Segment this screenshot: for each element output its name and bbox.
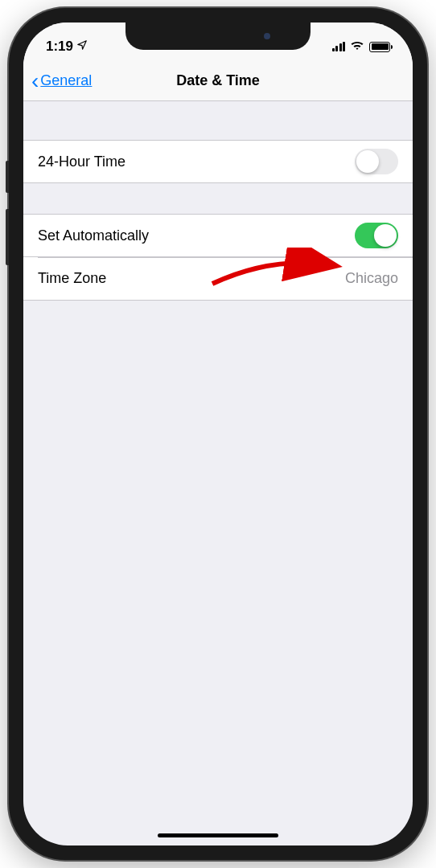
row-label: Time Zone (38, 270, 106, 287)
location-icon (76, 39, 88, 55)
row-label: 24-Hour Time (38, 154, 125, 170)
back-button-label: General (40, 72, 92, 89)
toggle-knob (374, 224, 397, 247)
navigation-bar: ‹ General Date & Time (23, 61, 413, 101)
settings-content: 24-Hour Time Set Automatically Time Zone… (23, 140, 413, 301)
row-time-zone[interactable]: Time Zone Chicago (23, 257, 413, 301)
status-time: 1:19 (46, 39, 73, 55)
back-button[interactable]: ‹ General (31, 70, 92, 92)
phone-device-frame: 1:19 ‹ General Date & Time (9, 8, 427, 860)
settings-section: Set Automatically Time Zone Chicago (23, 214, 413, 301)
row-24-hour-time[interactable]: 24-Hour Time (23, 140, 413, 183)
phone-screen: 1:19 ‹ General Date & Time (23, 23, 413, 845)
toggle-set-automatically[interactable] (355, 223, 398, 248)
chevron-left-icon: ‹ (31, 70, 39, 92)
row-value: Chicago (345, 270, 398, 287)
page-title: Date & Time (176, 72, 260, 89)
home-indicator[interactable] (158, 833, 278, 837)
settings-section: 24-Hour Time (23, 140, 413, 183)
battery-icon (369, 42, 390, 52)
toggle-24-hour-time[interactable] (355, 149, 398, 174)
row-set-automatically[interactable]: Set Automatically (23, 214, 413, 257)
wifi-icon (350, 39, 364, 55)
row-label: Set Automatically (38, 227, 149, 244)
toggle-knob (356, 150, 379, 173)
front-camera-dot (264, 33, 270, 39)
cellular-signal-icon (332, 42, 346, 51)
device-notch (125, 23, 311, 50)
